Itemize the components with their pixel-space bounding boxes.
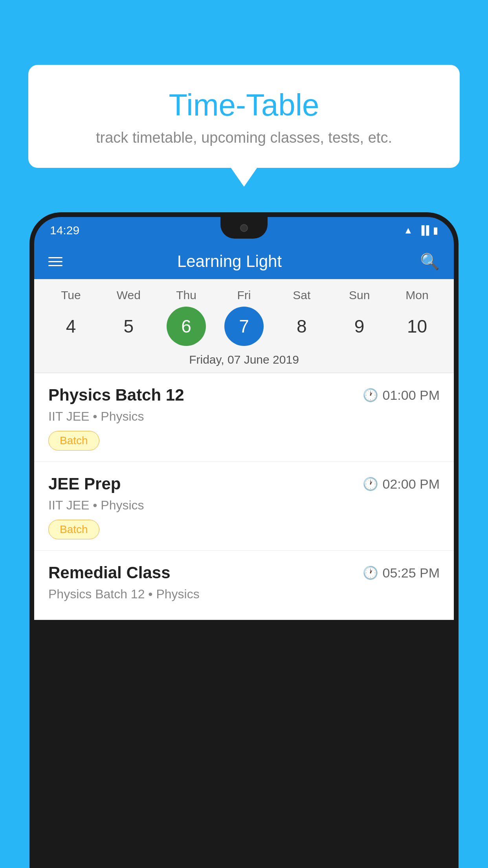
schedule-item-header: JEE Prep 🕐 02:00 PM xyxy=(48,474,440,493)
day-number[interactable]: 7 xyxy=(224,307,264,346)
schedule-subtitle: IIT JEE • Physics xyxy=(48,498,440,513)
tooltip-title: Time-Table xyxy=(52,88,436,122)
day-header: Sat xyxy=(282,289,321,302)
status-icons xyxy=(404,225,438,236)
schedule-item-header: Remedial Class 🕐 05:25 PM xyxy=(48,563,440,582)
schedule-time: 🕐 01:00 PM xyxy=(363,388,440,403)
schedule-item[interactable]: Remedial Class 🕐 05:25 PM Physics Batch … xyxy=(34,551,454,620)
day-header: Sun xyxy=(340,289,379,302)
schedule-item[interactable]: Physics Batch 12 🕐 01:00 PM IIT JEE • Ph… xyxy=(34,373,454,462)
schedule-item[interactable]: JEE Prep 🕐 02:00 PM IIT JEE • Physics Ba… xyxy=(34,462,454,551)
schedule-title: JEE Prep xyxy=(48,474,121,493)
schedule-time: 🕐 05:25 PM xyxy=(363,565,440,581)
day-numbers: 45678910 xyxy=(34,307,454,346)
day-header: Tue xyxy=(51,289,90,302)
camera-dot xyxy=(240,224,248,232)
clock-icon: 🕐 xyxy=(363,565,378,580)
wifi-icon xyxy=(404,225,413,236)
calendar-strip: TueWedThuFriSatSunMon 45678910 Friday, 0… xyxy=(34,279,454,373)
schedule-time: 🕐 02:00 PM xyxy=(363,476,440,492)
search-icon[interactable]: 🔍 xyxy=(420,252,440,271)
day-number[interactable]: 8 xyxy=(282,307,321,346)
day-header: Thu xyxy=(167,289,206,302)
app-bar: Learning Light 🔍 xyxy=(34,244,454,279)
schedule-subtitle: IIT JEE • Physics xyxy=(48,409,440,424)
batch-badge: Batch xyxy=(48,520,99,539)
day-header: Wed xyxy=(109,289,148,302)
day-number[interactable]: 5 xyxy=(109,307,148,346)
schedule-item-header: Physics Batch 12 🕐 01:00 PM xyxy=(48,386,440,405)
status-bar: 14:29 xyxy=(34,217,454,244)
clock-icon: 🕐 xyxy=(363,476,378,491)
schedule-title: Remedial Class xyxy=(48,563,171,582)
schedule-subtitle: Physics Batch 12 • Physics xyxy=(48,587,440,601)
day-number[interactable]: 9 xyxy=(340,307,379,346)
day-header: Mon xyxy=(397,289,437,302)
day-headers: TueWedThuFriSatSunMon xyxy=(34,289,454,302)
battery-icon xyxy=(433,225,438,236)
batch-badge: Batch xyxy=(48,431,99,451)
notch xyxy=(220,217,268,239)
day-number[interactable]: 6 xyxy=(167,307,206,346)
signal-icon xyxy=(418,225,427,235)
tooltip-subtitle: track timetable, upcoming classes, tests… xyxy=(52,129,436,146)
hamburger-icon[interactable] xyxy=(48,257,62,266)
day-number[interactable]: 4 xyxy=(51,307,90,346)
tooltip-card: Time-Table track timetable, upcoming cla… xyxy=(28,65,460,168)
day-header: Fri xyxy=(224,289,264,302)
app-title: Learning Light xyxy=(74,252,385,271)
schedule-title: Physics Batch 12 xyxy=(48,386,184,405)
status-time: 14:29 xyxy=(50,224,79,237)
schedule-list: Physics Batch 12 🕐 01:00 PM IIT JEE • Ph… xyxy=(34,373,454,620)
day-number[interactable]: 10 xyxy=(397,307,437,346)
phone-inner: 14:29 Learning Light 🔍 TueWe xyxy=(34,217,454,868)
clock-icon: 🕐 xyxy=(363,388,378,403)
phone-frame: 14:29 Learning Light 🔍 TueWe xyxy=(29,212,459,868)
selected-date-label: Friday, 07 June 2019 xyxy=(34,346,454,373)
